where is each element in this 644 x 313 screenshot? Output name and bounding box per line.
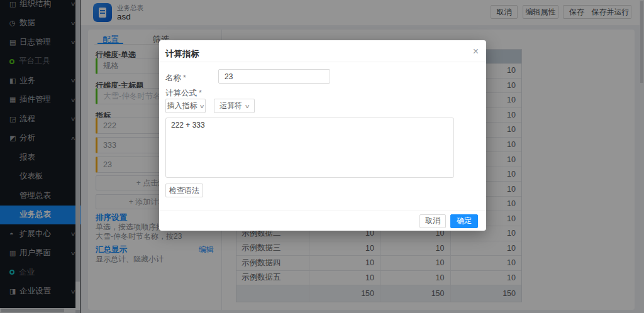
required-mark: * xyxy=(183,74,186,82)
chevron-down-icon: ∨ xyxy=(244,103,250,109)
formula-label: 计算公式* xyxy=(165,88,202,99)
formula-textarea[interactable]: 222 + 333 xyxy=(165,118,454,178)
modal-cancel-button[interactable]: 取消 xyxy=(419,214,446,228)
modal-title: 计算指标 xyxy=(165,48,199,60)
required-mark: * xyxy=(199,89,202,97)
modal-footer: 取消 确定 xyxy=(159,211,486,231)
calculated-metric-modal: 计算指标 × 名称* 计算公式* 插入指标 ∨ 运算符 ∨ 222 + 333 … xyxy=(159,40,486,231)
chevron-down-icon: ∨ xyxy=(199,103,205,109)
app-screen: ◫组织结构∨◷数据∨▤日志管理∨平台工具◧业务∨▦插件管理∨◲流程∨◩分析∧报表… xyxy=(0,0,644,313)
insert-metric-dropdown[interactable]: 插入指标 ∨ xyxy=(165,99,206,113)
modal-header-divider xyxy=(159,62,486,62)
check-syntax-button[interactable]: 检查语法 xyxy=(165,184,203,197)
close-icon[interactable]: × xyxy=(473,47,479,57)
name-input[interactable] xyxy=(218,69,330,84)
modal-ok-button[interactable]: 确定 xyxy=(450,214,478,228)
operator-dropdown[interactable]: 运算符 ∨ xyxy=(214,99,255,113)
name-label: 名称* xyxy=(165,73,186,84)
